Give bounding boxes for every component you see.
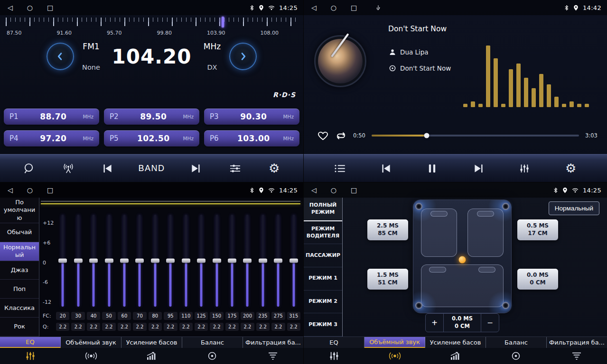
listening-position-marker[interactable] <box>459 256 466 264</box>
audio-tab[interactable]: Усиление басов <box>425 337 486 348</box>
audio-tab[interactable]: Усиление басов <box>121 337 182 348</box>
eq-slider-handle[interactable] <box>105 259 113 263</box>
eq-slider-handle[interactable] <box>182 259 190 263</box>
eq-band-slider[interactable] <box>271 212 285 309</box>
eq-preset-item[interactable]: Джаз <box>0 261 39 280</box>
eq-preset-item[interactable]: Классика <box>0 299 39 318</box>
recents-button[interactable]: □ <box>47 187 53 193</box>
eq-slider-handle[interactable] <box>197 259 205 263</box>
recents-button[interactable]: □ <box>351 4 357 11</box>
back-button[interactable]: ◁ <box>311 187 317 193</box>
eq-band-slider[interactable] <box>56 212 69 309</box>
surround-mode-item[interactable]: РЕЖИМ 3 <box>304 313 342 337</box>
radio-preset-button[interactable]: P6103.00MHz <box>204 130 299 146</box>
filter-icon[interactable] <box>243 348 303 364</box>
eq-band-slider[interactable] <box>102 212 115 309</box>
radio-preset-button[interactable]: P497.20MHz <box>4 130 99 146</box>
equalizer-button[interactable] <box>225 162 245 175</box>
audio-tab[interactable]: Фильтрация ба... <box>547 337 607 348</box>
eq-slider-handle[interactable] <box>135 259 144 263</box>
band-button[interactable]: BAND <box>136 162 167 175</box>
favorite-button[interactable] <box>317 131 329 141</box>
surround-mode-item[interactable]: РЕЖИМ 1 <box>304 267 342 291</box>
sound-profile-button[interactable]: Нормальный <box>549 201 599 215</box>
home-button[interactable]: ○ <box>27 4 33 11</box>
audio-tab[interactable]: Объёмный звук <box>61 337 121 348</box>
balance-icon[interactable] <box>182 348 243 364</box>
audio-tab[interactable]: Баланс <box>182 337 243 348</box>
eq-band-slider[interactable] <box>149 212 162 309</box>
radio-preset-button[interactable]: P289.50MHz <box>104 109 199 125</box>
audio-tab[interactable]: EQ <box>0 337 61 348</box>
audio-tab[interactable]: EQ <box>304 337 364 348</box>
pause-button[interactable] <box>422 162 442 175</box>
seek-bar-knob[interactable] <box>424 133 429 138</box>
delay-increase-button[interactable]: + <box>426 314 444 332</box>
surround-mode-item[interactable]: РЕЖИМ ВОДИТЕЛЯ <box>304 221 342 245</box>
back-button[interactable]: ◁ <box>311 4 317 11</box>
eq-faders-icon[interactable] <box>0 348 61 364</box>
station-scan-button[interactable] <box>19 161 39 176</box>
eq-slider-handle[interactable] <box>213 259 221 263</box>
delay-decrease-button[interactable]: − <box>481 314 499 332</box>
eq-preset-item[interactable]: Нормальный <box>0 242 39 261</box>
previous-station-button[interactable] <box>97 162 117 175</box>
surround-speaker-icon[interactable] <box>364 348 425 364</box>
eq-band-slider[interactable] <box>210 212 223 309</box>
playlist-button[interactable] <box>330 162 350 175</box>
seek-bar[interactable] <box>372 135 579 136</box>
filter-icon[interactable] <box>546 348 607 364</box>
eq-band-slider[interactable] <box>87 212 100 309</box>
radio-preset-button[interactable]: P5102.50MHz <box>104 130 199 146</box>
eq-slider-handle[interactable] <box>58 259 67 263</box>
frequency-scale[interactable]: 87.5091.6095.7099.80103.90108.00 <box>0 15 303 40</box>
eq-slider-handle[interactable] <box>243 259 252 263</box>
eq-preset-item[interactable]: Обычай <box>0 223 39 242</box>
eq-preset-item[interactable]: Поп <box>0 280 39 299</box>
audio-tab[interactable]: Фильтрация ба... <box>243 337 303 348</box>
eq-band-slider[interactable] <box>287 212 300 309</box>
audio-tab[interactable]: Баланс <box>486 337 547 348</box>
tune-up-button[interactable] <box>229 43 257 70</box>
recents-button[interactable]: □ <box>351 187 357 193</box>
back-button[interactable]: ◁ <box>8 187 13 193</box>
eq-band-slider[interactable] <box>71 212 84 309</box>
eq-slider-handle[interactable] <box>74 259 83 263</box>
broadcast-button[interactable] <box>58 161 78 176</box>
next-track-button[interactable] <box>468 162 488 175</box>
eq-band-slider[interactable] <box>164 212 177 309</box>
eq-faders-icon[interactable] <box>304 348 364 364</box>
settings-button[interactable]: ⚙ <box>561 160 581 176</box>
eq-preset-item[interactable]: По умолчанию <box>0 198 39 223</box>
tune-down-button[interactable] <box>47 43 74 70</box>
eq-band-slider[interactable] <box>256 212 270 309</box>
eq-slider-handle[interactable] <box>89 259 98 263</box>
previous-track-button[interactable] <box>376 162 396 175</box>
eq-band-slider[interactable] <box>225 212 239 309</box>
eq-slider-handle[interactable] <box>120 259 129 263</box>
eq-slider-handle[interactable] <box>166 259 175 263</box>
surround-mode-item[interactable]: ПАССАЖИР <box>304 244 342 267</box>
eq-slider-handle[interactable] <box>259 259 267 263</box>
repeat-button[interactable] <box>335 131 347 140</box>
eq-preset-item[interactable]: Рок <box>0 318 39 337</box>
recents-button[interactable]: □ <box>47 4 53 11</box>
eq-band-slider[interactable] <box>133 212 146 309</box>
audio-tab[interactable]: Объёмный звук <box>364 337 425 348</box>
radio-preset-button[interactable]: P188.70MHz <box>4 109 99 125</box>
eq-slider-handle[interactable] <box>274 259 282 263</box>
surround-mode-item[interactable]: ПОЛНЫЙ РЕЖИМ <box>304 198 342 221</box>
eq-slider-handle[interactable] <box>228 259 236 263</box>
balance-icon[interactable] <box>486 348 546 364</box>
bass-boost-icon[interactable] <box>425 348 486 364</box>
surround-speaker-icon[interactable] <box>61 348 121 364</box>
back-button[interactable]: ◁ <box>8 4 13 11</box>
bass-boost-icon[interactable] <box>121 348 182 364</box>
eq-slider-handle[interactable] <box>289 259 298 263</box>
settings-button[interactable]: ⚙ <box>264 160 284 176</box>
eq-band-slider[interactable] <box>241 212 254 309</box>
eq-band-slider[interactable] <box>118 212 131 309</box>
home-button[interactable]: ○ <box>27 187 33 193</box>
eq-band-slider[interactable] <box>179 212 193 309</box>
eq-band-slider[interactable] <box>195 212 208 309</box>
